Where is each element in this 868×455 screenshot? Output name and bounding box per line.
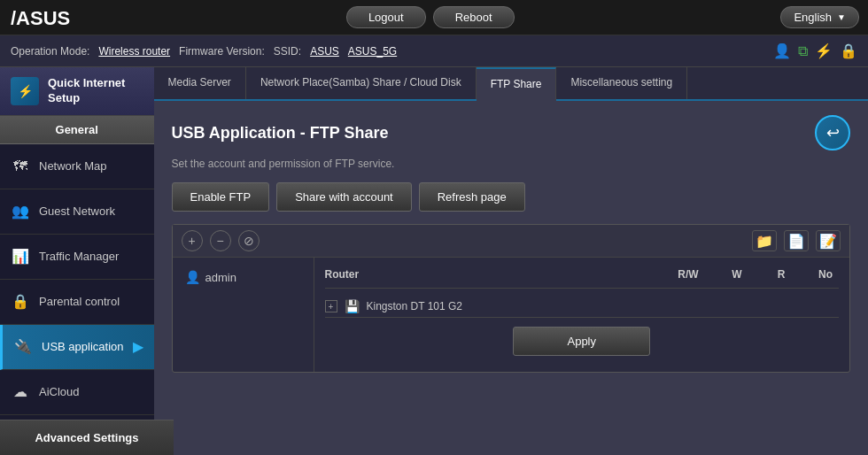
- add-icon[interactable]: +: [182, 230, 203, 251]
- device-name-label: Kingston DT 101 G2: [367, 300, 840, 312]
- table-toolbar-left: + − ⊘: [182, 230, 260, 251]
- top-bar-center: Logout Reboot: [80, 6, 780, 28]
- language-button[interactable]: English ▼: [780, 6, 859, 28]
- active-arrow-icon: ▶: [133, 338, 143, 355]
- sidebar-general-section: General: [0, 116, 154, 144]
- operation-mode-label: Operation Mode:: [11, 45, 89, 58]
- share-account-button[interactable]: Share with account: [276, 182, 412, 212]
- top-bar: /ASUS Logout Reboot English ▼: [0, 0, 868, 35]
- tab-misc-setting-label: Miscellaneous setting: [570, 76, 672, 89]
- tab-media-server-label: Media Server: [168, 76, 231, 89]
- block-icon[interactable]: ⊘: [238, 230, 260, 251]
- folder-add-icon[interactable]: 📁: [752, 230, 777, 251]
- back-button[interactable]: ↩: [815, 115, 850, 150]
- tab-network-place[interactable]: Network Place(Samba) Share / Cloud Disk: [246, 67, 477, 99]
- usb-application-label: USB application: [42, 340, 124, 353]
- operation-mode-value[interactable]: Wireless router: [98, 45, 170, 58]
- usb-icon[interactable]: ⚡: [815, 42, 833, 59]
- content-area: Media Server Network Place(Samba) Share …: [154, 67, 869, 455]
- asus-logo: /ASUS: [9, 4, 80, 31]
- aicloud-icon: ☁: [11, 382, 30, 402]
- sidebar-scroll: ⚡ Quick InternetSetup General 🗺 Network …: [0, 67, 154, 455]
- sidebar-item-network-map[interactable]: 🗺 Network Map: [0, 144, 154, 189]
- device-row: + 💾 Kingston DT 101 G2: [325, 296, 840, 317]
- user-avatar-icon: 👤: [185, 270, 200, 284]
- tabs-bar: Media Server Network Place(Samba) Share …: [154, 67, 869, 101]
- section-header: USB Application - FTP Share ↩: [172, 115, 851, 150]
- parental-control-icon: 🔒: [11, 292, 30, 312]
- tab-misc-setting[interactable]: Miscellaneous setting: [556, 67, 687, 99]
- guest-network-icon: 👥: [11, 202, 30, 221]
- expand-button[interactable]: +: [325, 300, 337, 312]
- sidebar-item-traffic-manager[interactable]: 📊 Traffic Manager: [0, 235, 154, 280]
- section-title: USB Application - FTP Share: [172, 124, 389, 143]
- enable-ftp-button[interactable]: Enable FTP: [172, 182, 270, 212]
- chevron-down-icon: ▼: [837, 12, 846, 22]
- refresh-page-button[interactable]: Refresh page: [419, 182, 525, 212]
- table-container: + − ⊘ 📁 📄 📝 👤 admin: [172, 224, 851, 373]
- sidebar-item-aicloud[interactable]: ☁ AiCloud: [0, 370, 154, 415]
- sidebar-item-usb-application[interactable]: 🔌 USB application ▶: [0, 325, 154, 370]
- traffic-manager-label: Traffic Manager: [39, 250, 119, 263]
- traffic-manager-icon: 📊: [11, 247, 30, 266]
- router-header-r: R: [768, 268, 794, 281]
- router-header-name: Router: [325, 268, 654, 281]
- usb-application-icon: 🔌: [13, 337, 33, 357]
- sidebar-item-parental-control[interactable]: 🔒 Parental control: [0, 280, 154, 325]
- tab-ftp-share[interactable]: FTP Share: [477, 67, 557, 101]
- apply-row: Apply: [325, 317, 840, 365]
- table-toolbar-right: 📁 📄 📝: [752, 230, 841, 251]
- language-label: English: [794, 11, 832, 24]
- sidebar-item-advanced-settings[interactable]: Advanced Settings: [0, 420, 174, 455]
- advanced-settings-label: Advanced Settings: [35, 431, 138, 444]
- table-body: 👤 admin Router R/W W R No: [173, 258, 850, 372]
- ssid1-link[interactable]: ASUS: [310, 45, 339, 58]
- section-description: Set the account and permission of FTP se…: [172, 158, 851, 170]
- edit-icon[interactable]: 📄: [784, 230, 809, 251]
- router-header-rw: R/W: [670, 268, 706, 281]
- copy-icon[interactable]: ⧉: [798, 43, 808, 59]
- logout-button[interactable]: Logout: [346, 6, 426, 28]
- router-column: Router R/W W R No + 💾 Kingston DT 101 G2: [314, 258, 850, 372]
- sidebar-item-guest-network[interactable]: 👥 Guest Network: [0, 189, 154, 235]
- user-icon[interactable]: 👤: [773, 42, 791, 59]
- settings-file-icon[interactable]: 📝: [816, 230, 841, 251]
- tab-ftp-share-label: FTP Share: [491, 78, 542, 90]
- username-label: admin: [205, 271, 236, 284]
- ftp-content: USB Application - FTP Share ↩ Set the ac…: [154, 101, 869, 455]
- info-bar-right: 👤 ⧉ ⚡ 🔒: [773, 42, 857, 59]
- svg-text:/ASUS: /ASUS: [11, 7, 70, 28]
- aicloud-label: AiCloud: [39, 385, 80, 398]
- apply-button[interactable]: Apply: [513, 327, 650, 356]
- network-map-icon: 🗺: [11, 157, 30, 176]
- remove-icon[interactable]: −: [210, 230, 231, 251]
- router-column-header: Router R/W W R No: [325, 265, 840, 289]
- network-map-label: Network Map: [39, 159, 107, 173]
- tab-network-place-label: Network Place(Samba) Share / Cloud Disk: [260, 76, 461, 89]
- router-header-no: No: [812, 268, 839, 281]
- info-bar: Operation Mode: Wireless router Firmware…: [0, 35, 868, 67]
- main-layout: ⚡ Quick InternetSetup General 🗺 Network …: [0, 67, 868, 455]
- ssid-label: SSID:: [274, 45, 301, 58]
- firmware-label: Firmware Version:: [179, 45, 265, 58]
- parental-control-label: Parental control: [39, 295, 120, 308]
- table-toolbar: + − ⊘ 📁 📄 📝: [173, 225, 850, 258]
- quick-internet-icon: ⚡: [11, 77, 39, 105]
- user-row[interactable]: 👤 admin: [182, 266, 305, 288]
- ssid2-link[interactable]: ASUS_5G: [348, 45, 397, 58]
- lock-icon[interactable]: 🔒: [840, 42, 857, 59]
- quick-internet-label: Quick InternetSetup: [48, 76, 125, 106]
- router-header-w: W: [724, 268, 750, 281]
- sidebar: ⚡ Quick InternetSetup General 🗺 Network …: [0, 67, 154, 455]
- user-column: 👤 admin: [173, 258, 314, 372]
- guest-network-label: Guest Network: [39, 204, 115, 218]
- reboot-button[interactable]: Reboot: [433, 6, 515, 28]
- tab-media-server[interactable]: Media Server: [154, 67, 246, 99]
- sidebar-item-quick-internet-setup[interactable]: ⚡ Quick InternetSetup: [0, 67, 154, 116]
- usb-drive-icon: 💾: [345, 299, 360, 313]
- action-buttons: Enable FTP Share with account Refresh pa…: [172, 182, 851, 212]
